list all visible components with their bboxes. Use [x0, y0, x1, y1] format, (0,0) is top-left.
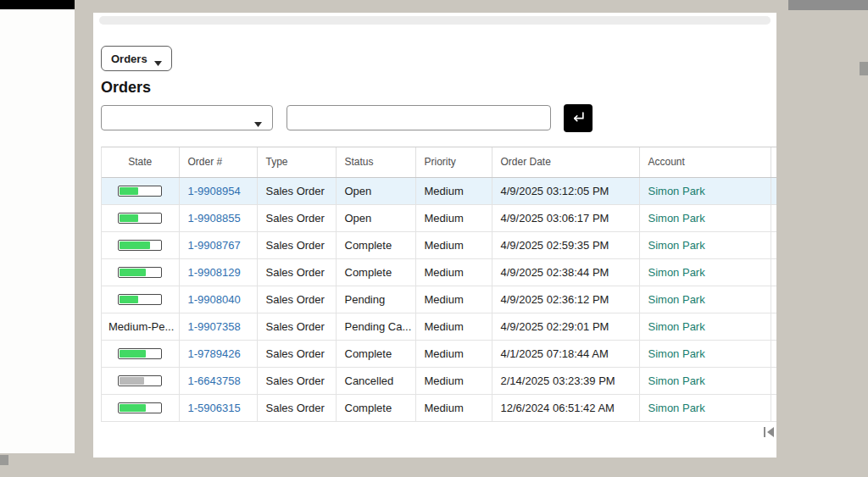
table-header-row: StateOrder #TypeStatusPriorityOrder Date…: [102, 147, 776, 177]
status-cell: Complete: [336, 394, 415, 421]
state-progress-bar: [118, 186, 162, 197]
state-cell: [102, 177, 179, 204]
priority-cell: Medium: [415, 340, 492, 367]
order-date-cell: 2/14/2025 03:23:39 PM: [492, 367, 639, 394]
chevron-down-icon: [254, 115, 262, 120]
account-link[interactable]: Simon Park: [648, 402, 705, 414]
account-link[interactable]: Simon Park: [648, 293, 705, 306]
orders-window: Orders Orders StateOrder #TypeStatusPrio…: [93, 13, 776, 458]
priority-cell: Medium: [415, 367, 492, 394]
account-link[interactable]: Simon Park: [648, 347, 705, 360]
orders-table: StateOrder #TypeStatusPriorityOrder Date…: [102, 147, 776, 422]
account-cell: Simon Park: [639, 340, 771, 367]
background-window-strip: [0, 9, 75, 453]
account-link[interactable]: Simon Park: [648, 239, 705, 252]
column-header-priority[interactable]: Priority: [415, 147, 492, 177]
clipped-cell: [771, 204, 776, 231]
table-row[interactable]: 1-9789426Sales OrderCompleteMedium4/1/20…: [102, 340, 776, 367]
status-cell: Complete: [336, 258, 415, 286]
column-header-order-date[interactable]: Order Date: [492, 147, 639, 177]
order-number-link[interactable]: 1-9907358: [188, 320, 241, 333]
order-number-cell: 1-9789426: [179, 340, 257, 367]
account-link[interactable]: Simon Park: [648, 266, 705, 279]
order-number-link[interactable]: 1-9908040: [188, 293, 241, 306]
status-cell: Open: [336, 204, 415, 231]
account-cell: Simon Park: [639, 258, 771, 286]
state-progress-bar: [118, 240, 162, 251]
order-number-link[interactable]: 1-5906315: [188, 402, 241, 414]
horizontal-scrollbar[interactable]: [99, 16, 771, 25]
status-cell: Complete: [336, 340, 415, 367]
priority-cell: Medium: [415, 231, 492, 258]
status-cell: Complete: [336, 231, 415, 258]
order-number-link[interactable]: 1-9908954: [188, 185, 241, 197]
order-number-link[interactable]: 1-9908767: [188, 239, 241, 252]
table-row[interactable]: 1-9908954Sales OrderOpenMedium4/9/2025 0…: [102, 177, 776, 204]
order-number-cell: 1-9908767: [179, 231, 257, 258]
column-header-account[interactable]: Account: [639, 147, 771, 177]
pagination-first-page-button[interactable]: [762, 426, 776, 440]
page-title: Orders: [101, 79, 151, 97]
order-number-link[interactable]: 1-9908855: [188, 212, 241, 225]
type-cell: Sales Order: [257, 286, 336, 313]
type-cell: Sales Order: [257, 204, 336, 231]
table-row[interactable]: 1-5906315Sales OrderCompleteMedium12/6/2…: [102, 394, 776, 421]
chevron-down-icon: [154, 56, 162, 61]
account-cell: Simon Park: [639, 367, 771, 394]
table-row[interactable]: 1-9908767Sales OrderCompleteMedium4/9/20…: [102, 231, 776, 258]
order-number-link[interactable]: 1-9908129: [188, 266, 241, 279]
state-cell: [102, 286, 179, 313]
type-cell: Sales Order: [257, 367, 336, 394]
state-cell: [102, 204, 179, 231]
table-row[interactable]: 1-9908040Sales OrderPendingMedium4/9/202…: [102, 286, 776, 313]
orders-dropdown-button[interactable]: Orders: [101, 46, 172, 71]
account-cell: Simon Park: [639, 177, 771, 204]
clipped-cell: [771, 367, 776, 394]
type-cell: Sales Order: [257, 177, 336, 204]
order-number-link[interactable]: 1-6643758: [188, 374, 241, 387]
type-cell: Sales Order: [257, 258, 336, 286]
column-header-type[interactable]: Type: [257, 147, 336, 177]
table-row[interactable]: 1-9908855Sales OrderOpenMedium4/9/2025 0…: [102, 204, 776, 231]
skip-to-first-icon: [762, 426, 776, 440]
state-progress-bar: [118, 213, 162, 224]
order-number-link[interactable]: 1-9789426: [188, 347, 241, 360]
column-header-clipped: [771, 147, 776, 177]
column-header-status[interactable]: Status: [336, 147, 415, 177]
order-number-cell: 1-9908954: [179, 177, 257, 204]
table-row[interactable]: 1-6643758Sales OrderCancelledMedium2/14/…: [102, 367, 776, 394]
status-cell: Pending Ca...: [336, 313, 415, 340]
order-date-cell: 4/9/2025 02:59:35 PM: [492, 231, 639, 258]
state-cell: [102, 231, 179, 258]
account-cell: Simon Park: [639, 286, 771, 313]
state-cell: [102, 258, 179, 286]
clipped-cell: [771, 258, 776, 286]
table-row[interactable]: 1-9908129Sales OrderCompleteMedium4/9/20…: [102, 258, 776, 286]
orders-table-container: StateOrder #TypeStatusPriorityOrder Date…: [101, 147, 776, 422]
account-cell: Simon Park: [639, 204, 771, 231]
column-header-state[interactable]: State: [102, 147, 179, 177]
priority-cell: Medium: [415, 394, 492, 421]
order-date-cell: 12/6/2024 06:51:42 AM: [492, 394, 639, 421]
account-link[interactable]: Simon Park: [648, 185, 705, 197]
clipped-cell: [771, 394, 776, 421]
window-fragment-bottom-left: [0, 455, 8, 465]
account-link[interactable]: Simon Park: [648, 212, 705, 225]
priority-cell: Medium: [415, 258, 492, 286]
search-submit-button[interactable]: [564, 104, 593, 132]
window-fragment-top-right: [788, 0, 868, 10]
order-date-cell: 4/9/2025 02:38:44 PM: [492, 258, 639, 286]
account-link[interactable]: Simon Park: [648, 374, 705, 387]
filter-combobox[interactable]: [101, 105, 273, 130]
order-number-cell: 1-5906315: [179, 394, 257, 421]
column-header-order-[interactable]: Order #: [179, 147, 257, 177]
search-input[interactable]: [287, 105, 551, 130]
clipped-cell: [771, 340, 776, 367]
orders-dropdown-label: Orders: [111, 53, 147, 65]
state-progress-bar: [118, 267, 162, 278]
account-link[interactable]: Simon Park: [648, 320, 705, 333]
state-progress-bar: [118, 294, 162, 305]
table-row[interactable]: Medium-Pe...1-9907358Sales OrderPending …: [102, 313, 776, 340]
type-cell: Sales Order: [257, 394, 336, 421]
order-date-cell: 4/1/2025 07:18:44 AM: [492, 340, 639, 367]
